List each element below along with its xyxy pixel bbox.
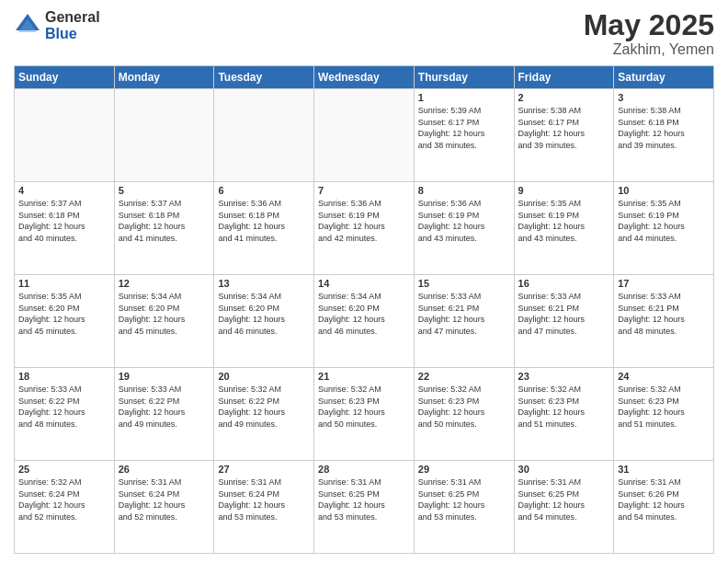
title-block: May 2025 Zakhim, Yemen: [584, 9, 714, 58]
calendar-cell: 1Sunrise: 5:39 AM Sunset: 6:17 PM Daylig…: [414, 89, 514, 182]
day-info: Sunrise: 5:33 AM Sunset: 6:22 PM Dayligh…: [18, 384, 110, 430]
day-number: 15: [418, 278, 510, 289]
day-info: Sunrise: 5:31 AM Sunset: 6:26 PM Dayligh…: [618, 477, 710, 523]
day-number: 3: [618, 92, 710, 103]
day-info: Sunrise: 5:32 AM Sunset: 6:22 PM Dayligh…: [218, 384, 310, 430]
calendar-cell: [314, 89, 415, 182]
calendar-cell: [114, 89, 214, 182]
calendar-cell: 4Sunrise: 5:37 AM Sunset: 6:18 PM Daylig…: [15, 182, 115, 275]
day-number: 7: [318, 185, 410, 196]
day-info: Sunrise: 5:33 AM Sunset: 6:21 PM Dayligh…: [618, 291, 710, 337]
day-number: 1: [418, 92, 510, 103]
calendar-cell: 29Sunrise: 5:31 AM Sunset: 6:25 PM Dayli…: [414, 461, 514, 554]
calendar-subtitle: Zakhim, Yemen: [584, 41, 714, 58]
day-info: Sunrise: 5:35 AM Sunset: 6:19 PM Dayligh…: [518, 198, 610, 244]
calendar-cell: 6Sunrise: 5:36 AM Sunset: 6:18 PM Daylig…: [214, 182, 314, 275]
day-number: 26: [119, 464, 210, 475]
day-number: 12: [119, 278, 210, 289]
day-info: Sunrise: 5:31 AM Sunset: 6:25 PM Dayligh…: [318, 477, 410, 523]
day-info: Sunrise: 5:31 AM Sunset: 6:25 PM Dayligh…: [418, 477, 510, 523]
day-info: Sunrise: 5:33 AM Sunset: 6:21 PM Dayligh…: [518, 291, 610, 337]
header: General Blue May 2025 Zakhim, Yemen: [14, 9, 714, 58]
calendar-cell: 20Sunrise: 5:32 AM Sunset: 6:22 PM Dayli…: [214, 368, 314, 461]
day-info: Sunrise: 5:32 AM Sunset: 6:24 PM Dayligh…: [18, 477, 110, 523]
day-info: Sunrise: 5:36 AM Sunset: 6:18 PM Dayligh…: [218, 198, 310, 244]
calendar-cell: 22Sunrise: 5:32 AM Sunset: 6:23 PM Dayli…: [414, 368, 514, 461]
calendar-cell: 14Sunrise: 5:34 AM Sunset: 6:20 PM Dayli…: [314, 275, 415, 368]
day-number: 18: [18, 371, 110, 382]
day-info: Sunrise: 5:35 AM Sunset: 6:20 PM Dayligh…: [18, 291, 110, 337]
day-info: Sunrise: 5:33 AM Sunset: 6:21 PM Dayligh…: [418, 291, 510, 337]
calendar-table: Sunday Monday Tuesday Wednesday Thursday…: [14, 65, 714, 554]
calendar-cell: 15Sunrise: 5:33 AM Sunset: 6:21 PM Dayli…: [414, 275, 514, 368]
day-number: 11: [18, 278, 110, 289]
col-tuesday: Tuesday: [214, 66, 314, 89]
calendar-cell: 28Sunrise: 5:31 AM Sunset: 6:25 PM Dayli…: [314, 461, 415, 554]
col-sunday: Sunday: [15, 66, 115, 89]
calendar-cell: [15, 89, 115, 182]
calendar-cell: 7Sunrise: 5:36 AM Sunset: 6:19 PM Daylig…: [314, 182, 415, 275]
day-info: Sunrise: 5:38 AM Sunset: 6:17 PM Dayligh…: [518, 105, 610, 151]
day-info: Sunrise: 5:36 AM Sunset: 6:19 PM Dayligh…: [318, 198, 410, 244]
day-info: Sunrise: 5:37 AM Sunset: 6:18 PM Dayligh…: [18, 198, 110, 244]
calendar-cell: 9Sunrise: 5:35 AM Sunset: 6:19 PM Daylig…: [514, 182, 614, 275]
calendar-header-row: Sunday Monday Tuesday Wednesday Thursday…: [15, 66, 714, 89]
day-number: 31: [618, 464, 710, 475]
col-thursday: Thursday: [414, 66, 514, 89]
calendar-cell: 19Sunrise: 5:33 AM Sunset: 6:22 PM Dayli…: [114, 368, 214, 461]
calendar-cell: 17Sunrise: 5:33 AM Sunset: 6:21 PM Dayli…: [614, 275, 714, 368]
calendar-cell: 11Sunrise: 5:35 AM Sunset: 6:20 PM Dayli…: [15, 275, 115, 368]
day-number: 13: [218, 278, 310, 289]
calendar-cell: 30Sunrise: 5:31 AM Sunset: 6:25 PM Dayli…: [514, 461, 614, 554]
week-row-4: 18Sunrise: 5:33 AM Sunset: 6:22 PM Dayli…: [15, 368, 714, 461]
calendar-title: May 2025: [584, 9, 714, 41]
logo-blue-text: Blue: [45, 26, 100, 42]
day-info: Sunrise: 5:32 AM Sunset: 6:23 PM Dayligh…: [418, 384, 510, 430]
day-info: Sunrise: 5:31 AM Sunset: 6:24 PM Dayligh…: [119, 477, 210, 523]
day-info: Sunrise: 5:31 AM Sunset: 6:25 PM Dayligh…: [518, 477, 610, 523]
calendar-cell: 26Sunrise: 5:31 AM Sunset: 6:24 PM Dayli…: [114, 461, 214, 554]
week-row-2: 4Sunrise: 5:37 AM Sunset: 6:18 PM Daylig…: [15, 182, 714, 275]
day-info: Sunrise: 5:39 AM Sunset: 6:17 PM Dayligh…: [418, 105, 510, 151]
day-number: 4: [18, 185, 110, 196]
day-info: Sunrise: 5:34 AM Sunset: 6:20 PM Dayligh…: [318, 291, 410, 337]
calendar-cell: 10Sunrise: 5:35 AM Sunset: 6:19 PM Dayli…: [614, 182, 714, 275]
day-info: Sunrise: 5:37 AM Sunset: 6:18 PM Dayligh…: [119, 198, 210, 244]
calendar-cell: 27Sunrise: 5:31 AM Sunset: 6:24 PM Dayli…: [214, 461, 314, 554]
day-number: 5: [119, 185, 210, 196]
day-number: 19: [119, 371, 210, 382]
calendar-cell: 21Sunrise: 5:32 AM Sunset: 6:23 PM Dayli…: [314, 368, 415, 461]
day-number: 14: [318, 278, 410, 289]
day-number: 6: [218, 185, 310, 196]
calendar-cell: 18Sunrise: 5:33 AM Sunset: 6:22 PM Dayli…: [15, 368, 115, 461]
day-number: 17: [618, 278, 710, 289]
calendar-cell: 5Sunrise: 5:37 AM Sunset: 6:18 PM Daylig…: [114, 182, 214, 275]
week-row-3: 11Sunrise: 5:35 AM Sunset: 6:20 PM Dayli…: [15, 275, 714, 368]
calendar-cell: 8Sunrise: 5:36 AM Sunset: 6:19 PM Daylig…: [414, 182, 514, 275]
day-info: Sunrise: 5:38 AM Sunset: 6:18 PM Dayligh…: [618, 105, 710, 151]
page: General Blue May 2025 Zakhim, Yemen Sund…: [0, 0, 728, 563]
col-friday: Friday: [514, 66, 614, 89]
day-info: Sunrise: 5:34 AM Sunset: 6:20 PM Dayligh…: [119, 291, 210, 337]
day-info: Sunrise: 5:34 AM Sunset: 6:20 PM Dayligh…: [218, 291, 310, 337]
day-info: Sunrise: 5:35 AM Sunset: 6:19 PM Dayligh…: [618, 198, 710, 244]
day-number: 20: [218, 371, 310, 382]
day-number: 30: [518, 464, 610, 475]
calendar-cell: 3Sunrise: 5:38 AM Sunset: 6:18 PM Daylig…: [614, 89, 714, 182]
day-info: Sunrise: 5:32 AM Sunset: 6:23 PM Dayligh…: [518, 384, 610, 430]
calendar-cell: 2Sunrise: 5:38 AM Sunset: 6:17 PM Daylig…: [514, 89, 614, 182]
calendar-cell: 16Sunrise: 5:33 AM Sunset: 6:21 PM Dayli…: [514, 275, 614, 368]
day-number: 2: [518, 92, 610, 103]
day-number: 22: [418, 371, 510, 382]
day-number: 24: [618, 371, 710, 382]
day-number: 25: [18, 464, 110, 475]
col-monday: Monday: [114, 66, 214, 89]
calendar-cell: 23Sunrise: 5:32 AM Sunset: 6:23 PM Dayli…: [514, 368, 614, 461]
day-info: Sunrise: 5:33 AM Sunset: 6:22 PM Dayligh…: [119, 384, 210, 430]
week-row-5: 25Sunrise: 5:32 AM Sunset: 6:24 PM Dayli…: [15, 461, 714, 554]
day-number: 21: [318, 371, 410, 382]
day-number: 29: [418, 464, 510, 475]
calendar-cell: 31Sunrise: 5:31 AM Sunset: 6:26 PM Dayli…: [614, 461, 714, 554]
day-number: 27: [218, 464, 310, 475]
logo-text: General Blue: [45, 9, 100, 41]
